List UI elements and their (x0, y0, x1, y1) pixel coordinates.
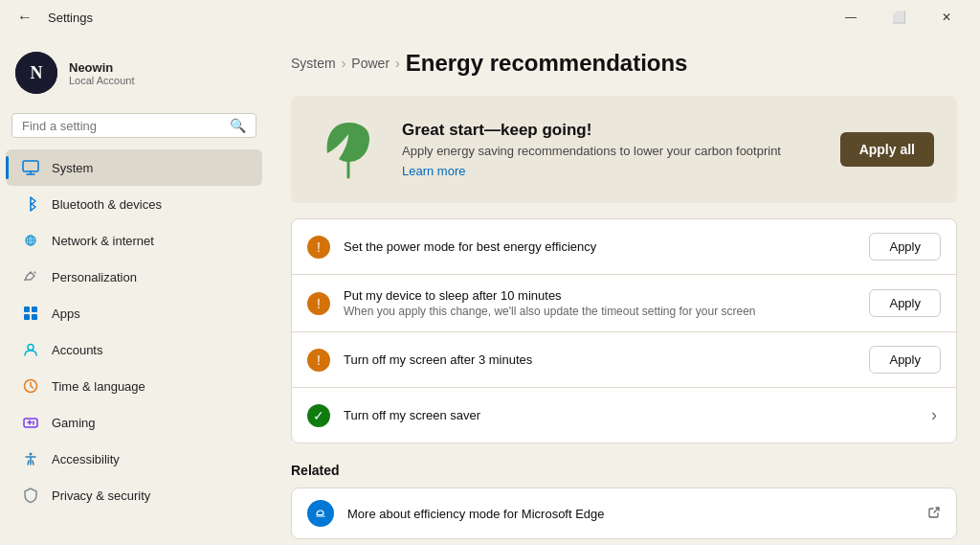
rec-title-1: Put my device to sleep after 10 minutes (344, 288, 856, 303)
content-area: System › Power › Energy recommendations … (268, 34, 980, 545)
sidebar-item-time: Time & language (0, 368, 268, 404)
breadcrumb-power[interactable]: Power (351, 56, 390, 71)
related-item-0[interactable]: More about efficiency mode for Microsoft… (291, 488, 957, 539)
maximize-button[interactable]: ⬜ (877, 4, 921, 31)
svg-point-14 (314, 507, 327, 520)
svg-rect-3 (24, 307, 30, 312)
nav-label-apps: Apps (52, 307, 80, 321)
recommendation-item-1: !Put my device to sleep after 10 minutes… (291, 274, 957, 331)
nav-item-accessibility[interactable]: Accessibility (6, 441, 262, 477)
apply-button-0[interactable]: Apply (869, 233, 941, 261)
back-button[interactable]: ← (11, 7, 38, 28)
recommendation-item-0: !Set the power mode for best energy effi… (291, 218, 957, 274)
title-bar: ← Settings — ⬜ ✕ (0, 0, 980, 34)
breadcrumb-system[interactable]: System (291, 56, 336, 71)
svg-rect-4 (32, 307, 37, 312)
user-info: Neowin Local Account (69, 60, 135, 86)
nav-item-accounts[interactable]: Accounts (6, 331, 262, 368)
svg-point-12 (30, 453, 33, 456)
system-icon (21, 158, 40, 177)
svg-point-7 (28, 345, 33, 351)
nav-container: SystemBluetooth & devicesNetwork & inter… (0, 149, 268, 513)
network-icon (21, 231, 40, 250)
time-icon (21, 376, 40, 396)
accessibility-icon (21, 449, 40, 468)
user-subtitle: Local Account (69, 75, 135, 86)
related-items: More about efficiency mode for Microsoft… (291, 488, 957, 539)
personalization-icon (21, 267, 40, 286)
rec-text-0: Set the power mode for best energy effic… (344, 239, 856, 254)
sidebar-item-privacy: Privacy & security (0, 477, 268, 513)
svg-rect-2 (23, 161, 38, 171)
leaf-icon (314, 115, 383, 184)
nav-item-gaming[interactable]: Gaming (6, 404, 262, 441)
nav-label-accessibility: Accessibility (52, 452, 120, 466)
page-title: Energy recommendations (406, 50, 688, 77)
recommendations-list: !Set the power mode for best energy effi… (291, 218, 957, 443)
sidebar-item-system: System (0, 149, 268, 186)
sidebar-item-gaming: Gaming (0, 404, 268, 441)
sidebar-item-apps: Apps (0, 295, 268, 331)
gaming-icon (21, 413, 40, 432)
apply-all-button[interactable]: Apply all (840, 132, 934, 167)
warning-icon: ! (307, 292, 330, 315)
related-item-icon-0 (307, 500, 334, 527)
nav-item-bluetooth[interactable]: Bluetooth & devices (6, 186, 262, 222)
nav-item-privacy[interactable]: Privacy & security (6, 477, 262, 513)
chevron-button-3[interactable]: › (927, 401, 941, 429)
rec-text-2: Turn off my screen after 3 minutes (344, 352, 856, 367)
related-item-label-0: More about efficiency mode for Microsoft… (347, 507, 914, 521)
rec-subtitle-1: When you apply this change, we'll also u… (344, 305, 856, 318)
sidebar-item-bluetooth: Bluetooth & devices (0, 186, 268, 222)
related-section: Related More about efficiency mode for M… (291, 463, 957, 539)
recommendation-item-2: !Turn off my screen after 3 minutesApply (291, 331, 957, 387)
hero-description: Apply energy saving recommendations to l… (402, 144, 821, 158)
svg-point-10 (33, 421, 34, 423)
rec-text-3: Turn off my screen saver (344, 408, 914, 422)
learn-more-link[interactable]: Learn more (402, 164, 465, 178)
user-profile: N Neowin Local Account (0, 42, 268, 109)
nav-item-apps[interactable]: Apps (6, 295, 262, 331)
search-input[interactable] (22, 119, 230, 133)
warning-icon: ! (307, 236, 330, 259)
rec-title-3: Turn off my screen saver (344, 408, 914, 422)
user-name: Neowin (69, 60, 135, 75)
sidebar-item-personalization: Personalization (0, 259, 268, 295)
nav-label-gaming: Gaming (52, 416, 96, 430)
nav-label-accounts: Accounts (52, 343, 102, 357)
sidebar-item-network: Network & internet (0, 222, 268, 259)
nav-label-time: Time & language (52, 379, 145, 394)
svg-rect-6 (32, 314, 37, 320)
nav-item-system[interactable]: System (6, 149, 262, 186)
window-controls: — ⬜ ✕ (829, 4, 969, 31)
apply-button-2[interactable]: Apply (869, 346, 941, 374)
check-icon: ✓ (307, 404, 330, 427)
apps-icon (21, 304, 40, 323)
apply-button-1[interactable]: Apply (869, 289, 941, 317)
nav-label-personalization: Personalization (52, 270, 137, 284)
nav-item-network[interactable]: Network & internet (6, 222, 262, 259)
hero-text: Great start—keep going! Apply energy sav… (402, 121, 821, 179)
avatar: N (15, 52, 57, 94)
nav-item-personalization[interactable]: Personalization (6, 259, 262, 295)
nav-label-bluetooth: Bluetooth & devices (52, 197, 162, 212)
hero-card: Great start—keep going! Apply energy sav… (291, 96, 957, 203)
recommendation-item-3: ✓Turn off my screen saver› (291, 387, 957, 443)
hero-title: Great start—keep going! (402, 121, 821, 140)
close-button[interactable]: ✕ (924, 4, 969, 31)
nav-label-privacy: Privacy & security (52, 488, 150, 503)
sidebar: N Neowin Local Account 🔍 SystemBluetooth… (0, 34, 268, 545)
warning-icon: ! (307, 349, 330, 372)
accounts-icon (21, 340, 40, 359)
window-title: Settings (48, 11, 93, 25)
search-icon: 🔍 (230, 118, 246, 133)
minimize-button[interactable]: — (829, 4, 873, 31)
nav-label-system: System (52, 161, 93, 175)
search-box[interactable]: 🔍 (11, 113, 256, 138)
nav-label-network: Network & internet (52, 234, 154, 248)
privacy-icon (21, 486, 40, 505)
nav-item-time[interactable]: Time & language (6, 368, 262, 404)
bluetooth-icon (21, 194, 40, 214)
svg-point-11 (33, 423, 34, 425)
related-title: Related (291, 463, 957, 478)
